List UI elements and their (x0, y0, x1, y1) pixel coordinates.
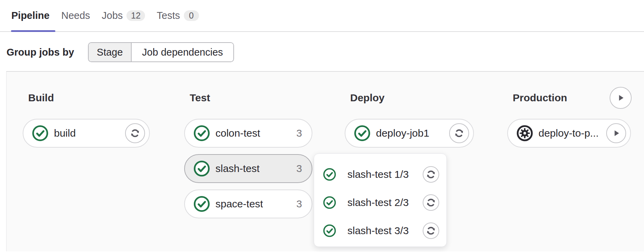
job-pill-deploy-to-p[interactable]: deploy-to-p... (507, 119, 631, 148)
retry-icon (426, 197, 436, 208)
tab-label: Tests (157, 10, 180, 21)
status-success-icon (32, 125, 48, 141)
pipeline-graph-panel: Build build Test colon-test 3 slash-test… (6, 71, 644, 251)
group-jobs-by-row: Group jobs by StageJob dependencies (7, 42, 234, 62)
play-icon (611, 128, 621, 138)
retry-job-button[interactable] (423, 166, 439, 183)
stage-header: Build (23, 92, 150, 104)
retry-icon (454, 128, 464, 138)
pipeline-tabs-bar: Pipeline Needs Jobs 12 Tests 0 (0, 0, 644, 32)
popover-job-item[interactable]: slash-test 1/3 (323, 160, 439, 188)
stage-jobs-list: deploy-to-p... (507, 119, 631, 148)
job-name: slash-test (215, 163, 259, 174)
parallel-jobs-count: 3 (296, 127, 302, 139)
stage-title: Test (184, 92, 210, 104)
tab-label: Jobs (102, 10, 123, 21)
group-jobs-by-label: Group jobs by (7, 47, 74, 58)
stage-title: Production (507, 92, 567, 104)
tab-tests[interactable]: Tests 0 (157, 0, 199, 31)
status-success-icon (323, 196, 336, 209)
stage-jobs-list: build (23, 119, 150, 148)
retry-icon (426, 226, 436, 236)
job-pill-colon-test[interactable]: colon-test 3 (184, 119, 312, 148)
stage-column-deploy: Deploy deploy-job1 (345, 92, 474, 148)
play-job-button[interactable] (606, 123, 626, 143)
stage-header: Test (184, 92, 312, 104)
popover-job-item[interactable]: slash-test 2/3 (323, 188, 439, 217)
stage-column-production: Production deploy-to-p... (507, 92, 631, 148)
job-name: build (54, 127, 76, 139)
stage-title: Deploy (345, 92, 385, 104)
parallel-jobs-count: 3 (296, 198, 302, 210)
status-success-icon (193, 125, 210, 141)
job-name: space-test (215, 198, 263, 210)
tab-count-badge: 0 (184, 10, 199, 21)
popover-job-name: slash-test 2/3 (347, 197, 409, 208)
tab-count-badge: 12 (126, 10, 145, 21)
toggle-option-stage[interactable]: Stage (89, 43, 131, 61)
tab-label: Needs (61, 10, 90, 21)
job-pill-build[interactable]: build (23, 119, 150, 148)
manual-gear-icon (517, 125, 533, 141)
tab-jobs[interactable]: Jobs 12 (102, 0, 145, 31)
status-success-icon (354, 125, 370, 141)
status-success-icon (323, 224, 336, 237)
job-name: deploy-to-p... (538, 127, 599, 139)
retry-job-button[interactable] (449, 123, 469, 143)
stage-play-button[interactable] (610, 87, 632, 109)
stage-header: Deploy (345, 92, 474, 104)
popover-job-name: slash-test 1/3 (347, 169, 409, 180)
job-name: deploy-job1 (376, 127, 429, 139)
parallel-jobs-popover: slash-test 1/3 slash-test 2/3 slash-test… (314, 153, 447, 247)
job-pill-space-test[interactable]: space-test 3 (184, 190, 312, 218)
parallel-jobs-count: 3 (296, 163, 302, 174)
tab-pipeline[interactable]: Pipeline (11, 0, 49, 31)
tab-label: Pipeline (11, 10, 49, 21)
job-name: colon-test (215, 127, 260, 139)
retry-icon (130, 128, 140, 138)
retry-job-button[interactable] (125, 123, 145, 143)
stage-jobs-list: deploy-job1 (345, 119, 474, 148)
popover-job-name: slash-test 3/3 (347, 225, 409, 237)
retry-icon (426, 169, 436, 180)
job-pill-slash-test[interactable]: slash-test 3 (184, 154, 312, 183)
stage-title: Build (23, 92, 54, 104)
stage-column-test: Test colon-test 3 slash-test 3 space-tes… (184, 92, 312, 218)
retry-job-button[interactable] (423, 222, 439, 239)
status-success-icon (323, 168, 336, 181)
stage-column-build: Build build (23, 92, 150, 148)
status-success-icon (193, 160, 210, 177)
popover-job-item[interactable]: slash-test 3/3 (323, 217, 439, 245)
retry-job-button[interactable] (423, 194, 439, 211)
toggle-option-job-dependencies[interactable]: Job dependencies (131, 43, 233, 61)
tab-needs[interactable]: Needs (61, 0, 90, 31)
stage-jobs-list: colon-test 3 slash-test 3 space-test 3 (184, 119, 312, 218)
play-icon (615, 93, 626, 103)
status-success-icon (193, 196, 210, 212)
stage-header: Production (507, 92, 631, 104)
group-by-toggle: StageJob dependencies (88, 42, 234, 62)
job-pill-deploy-job1[interactable]: deploy-job1 (345, 119, 474, 148)
